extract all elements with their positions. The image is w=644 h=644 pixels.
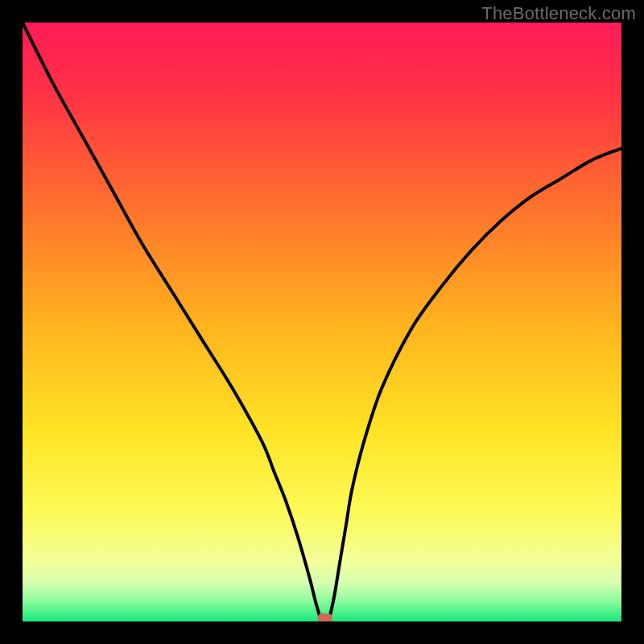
plot-area bbox=[23, 23, 621, 621]
chart-frame: TheBottleneck.com bbox=[0, 0, 644, 644]
gradient-background bbox=[23, 23, 621, 621]
marker-dot bbox=[318, 613, 332, 621]
watermark-text: TheBottleneck.com bbox=[481, 3, 636, 24]
chart-canvas bbox=[23, 23, 621, 621]
